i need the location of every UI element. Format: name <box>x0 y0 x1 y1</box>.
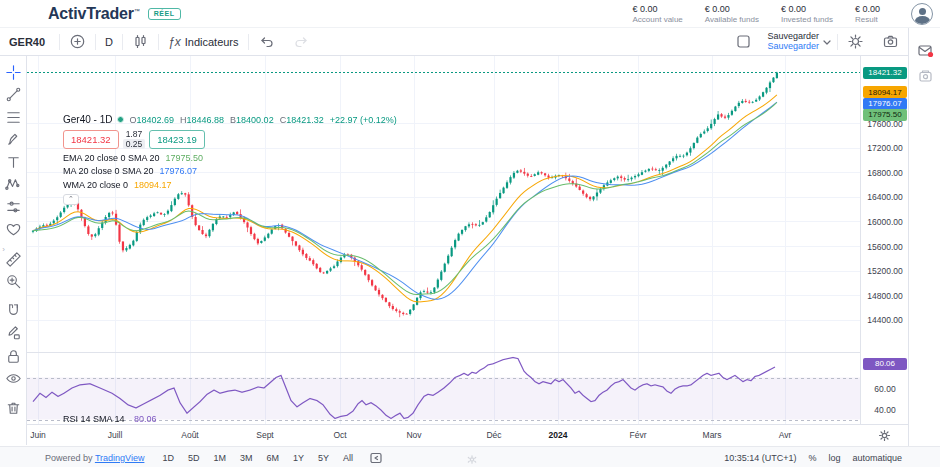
price-axis[interactable]: 17600.0017200.0016800.0016400.0016000.00… <box>860 56 908 424</box>
magnet-tool-button[interactable] <box>3 301 23 321</box>
range-button-all[interactable]: All <box>339 451 357 465</box>
undo-arrow-icon <box>258 33 275 50</box>
fx-icon: ƒx <box>168 35 181 49</box>
change-value: +22.97 (+0.12%) <box>330 115 397 125</box>
sell-price-button[interactable]: 18421.32 <box>63 130 119 149</box>
range-button-3m[interactable]: 3M <box>236 451 257 465</box>
price-badge: 18094.17 <box>863 86 907 98</box>
fib-retracement-tool-button[interactable] <box>3 107 23 127</box>
chart-style-button[interactable] <box>123 28 158 55</box>
price-tick-label: 14400.00 <box>861 315 909 325</box>
undo-button[interactable] <box>249 28 284 55</box>
price-tick-label: 15200.00 <box>861 266 909 276</box>
crosshair-icon <box>4 63 23 82</box>
spread-value-bottom: 0.25 <box>123 139 146 149</box>
collapse-watchlist-handle[interactable]: › <box>0 242 7 256</box>
save-link[interactable]: Sauvegarder <box>767 42 819 52</box>
layout-checkbox[interactable] <box>726 28 761 55</box>
clock-label[interactable]: 10:35:14 (UTC+1) <box>724 453 796 463</box>
compare-add-button[interactable] <box>60 28 95 55</box>
axis-settings-gear-icon[interactable] <box>878 429 891 442</box>
indicator-row-ma[interactable]: MA 20 close 0 SMA 2017976.07 <box>63 166 397 176</box>
range-button-6m[interactable]: 6M <box>262 451 283 465</box>
magnet-icon <box>4 302 23 321</box>
range-button-1d[interactable]: 1D <box>158 451 178 465</box>
forecast-tool-button[interactable] <box>3 197 23 217</box>
lock-tool-button[interactable] <box>3 346 23 366</box>
range-button-5d[interactable]: 5D <box>184 451 204 465</box>
price-badge: 17975.50 <box>863 109 907 121</box>
activtrader-window: ActivTrader™ RÉEL € 0.00 Account value €… <box>0 0 940 467</box>
stat-label: Available funds <box>705 15 759 24</box>
tradingview-link[interactable]: TradingView <box>95 453 145 463</box>
price-chart-canvas[interactable] <box>27 56 860 424</box>
percent-scale-button[interactable]: % <box>808 453 816 463</box>
snapshot-button[interactable] <box>873 28 908 55</box>
time-axis-label: 2024 <box>549 430 568 440</box>
redo-button[interactable] <box>284 28 319 55</box>
rsi-tick-label: 60.00 <box>861 384 909 394</box>
zoom-in-icon <box>4 272 23 291</box>
price-badge: 18421.32 <box>863 67 907 79</box>
app-logo[interactable]: ActivTrader™ RÉEL <box>48 5 181 23</box>
hide-drawings-icon <box>4 369 23 388</box>
xabcd-pattern-icon <box>4 175 23 194</box>
remove-drawings-icon <box>4 399 23 418</box>
price-tick-label: 16000.00 <box>861 217 909 227</box>
remove-drawings-tool-button[interactable] <box>3 398 23 418</box>
ema-value: 17975.50 <box>166 153 204 163</box>
low-value: 18400.02 <box>236 115 274 125</box>
emoji-heart-tool-button[interactable] <box>3 220 23 240</box>
rsi-name: RSI 14 SMA 14 <box>63 414 125 424</box>
zoom-in-tool-button[interactable] <box>3 272 23 292</box>
indicators-button[interactable]: ƒx Indicateurs <box>159 28 248 55</box>
chart-settings-button[interactable] <box>838 28 873 55</box>
close-value: 18421.32 <box>286 115 324 125</box>
price-tick-label: 16400.00 <box>861 192 909 202</box>
auto-scale-button[interactable]: automatique <box>852 453 902 463</box>
time-axis-label: Févr <box>630 430 647 440</box>
user-avatar[interactable] <box>911 3 933 25</box>
trend-line-tool-button[interactable] <box>3 85 23 105</box>
ma-value: 17976.07 <box>160 166 198 176</box>
crosshair-tool-button[interactable] <box>3 62 23 82</box>
go-to-date-icon[interactable] <box>369 451 383 465</box>
text-tool-button[interactable] <box>3 152 23 172</box>
range-button-1m[interactable]: 1M <box>209 451 230 465</box>
time-axis[interactable]: JuinJuillAoûtSeptOctNovDéc2024FévrMarsAv… <box>27 424 908 446</box>
legend-symbol[interactable]: Ger40 - 1D <box>63 114 112 125</box>
spread-indicator: 1.87 0.25 <box>123 129 146 149</box>
rsi-tick-label: 40.00 <box>861 405 909 415</box>
high-value: 18446.88 <box>187 115 225 125</box>
range-button-1y[interactable]: 1Y <box>289 451 308 465</box>
forecast-icon <box>4 198 23 217</box>
range-button-5y[interactable]: 5Y <box>314 451 333 465</box>
symbol-button[interactable]: GER40 <box>0 36 59 48</box>
candlestick-icon <box>132 33 149 50</box>
screenshot-icon[interactable] <box>917 68 934 85</box>
xabcd-pattern-tool-button[interactable] <box>3 175 23 195</box>
rsi-legend[interactable]: RSI 14 SMA 14 80.06 <box>63 414 157 424</box>
brush-tool-button[interactable] <box>3 130 23 150</box>
stat-value: € 0.00 <box>705 4 759 14</box>
interval-button[interactable]: D <box>96 28 122 55</box>
wma-value: 18094.17 <box>134 180 172 190</box>
stat-account-value: € 0.00 Account value <box>633 4 683 24</box>
panel-resize-handle[interactable] <box>466 455 478 464</box>
time-axis-label: Oct <box>333 430 346 440</box>
hide-drawings-tool-button[interactable] <box>3 369 23 389</box>
time-axis-label: Juin <box>30 430 46 440</box>
time-axis-label: Avr <box>779 430 792 440</box>
legend-collapse-button[interactable]: ⌃ <box>63 194 79 205</box>
trend-line-icon <box>4 85 23 104</box>
brush-icon <box>4 130 23 149</box>
save-layout-button[interactable]: Sauvegarder Sauvegarder <box>761 28 837 55</box>
drawing-lock-tool-button[interactable] <box>3 324 23 344</box>
buy-price-button[interactable]: 18423.19 <box>149 130 205 149</box>
indicator-row-ema[interactable]: EMA 20 close 0 SMA 2017975.50 <box>63 153 397 163</box>
mail-icon[interactable] <box>917 42 934 59</box>
indicator-row-wma[interactable]: WMA 20 close 018094.17 <box>63 180 397 190</box>
drawing-lock-icon <box>4 324 23 343</box>
log-scale-button[interactable]: log <box>828 453 840 463</box>
logo-text: ActivTrader™ <box>48 5 140 23</box>
